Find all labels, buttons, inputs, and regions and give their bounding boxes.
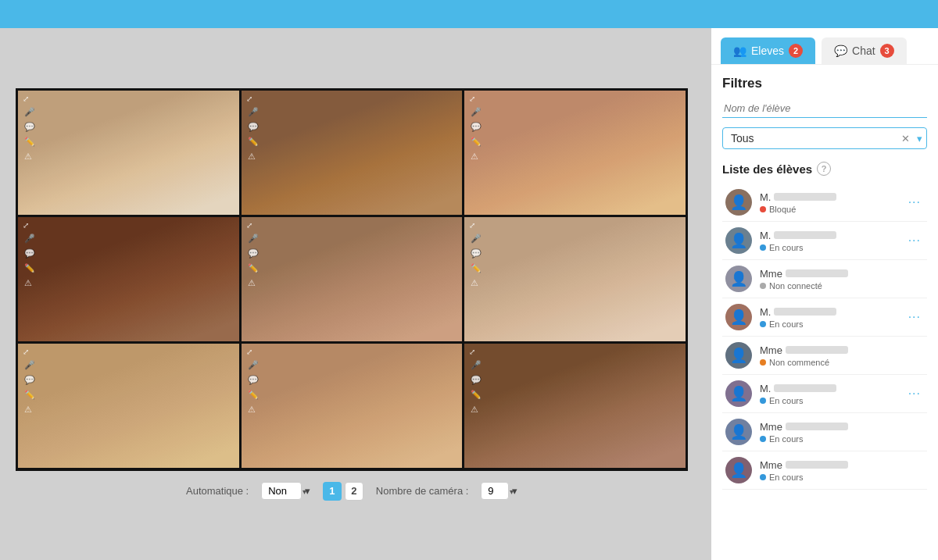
student-name-3: Mme [760, 268, 900, 280]
help-icon[interactable]: ? [817, 162, 831, 176]
edit-icon-2[interactable]: ✏️ [248, 137, 259, 146]
student-item-2: 👤 M. En cours ··· [722, 222, 927, 260]
filtres-title: Filtres [722, 76, 927, 91]
tab-chat[interactable]: 💬 Chat 3 [822, 37, 907, 64]
mic-icon-9[interactable]: 🎤 [471, 361, 482, 369]
cell-overlay-2: ⤢ 🎤 💬 ✏️ ⚠ [242, 91, 463, 215]
mic-icon-1[interactable]: 🎤 [24, 108, 35, 116]
cell-overlay-5: ⤢ 🎤 💬 ✏️ ⚠ [242, 217, 463, 341]
student-item-8: 👤 Mme En cours [722, 451, 927, 490]
chat-icon-1[interactable]: 💬 [24, 123, 35, 131]
page-2-button[interactable]: 2 [345, 482, 363, 501]
side-icons-5: 🎤 💬 ✏️ ⚠ [248, 234, 259, 287]
video-controls: Automatique : Non ▾ 1 2 Nombre de caméra… [186, 482, 517, 501]
tab-chat-label: Chat [852, 45, 875, 57]
status-dot-7 [760, 436, 766, 442]
warning-icon-6: ⚠ [471, 279, 482, 287]
mic-icon-7[interactable]: 🎤 [24, 361, 35, 369]
nombre-select[interactable]: 9 [481, 482, 509, 500]
mic-icon-5[interactable]: 🎤 [248, 234, 259, 243]
mic-icon-3[interactable]: 🎤 [471, 108, 482, 116]
student-name-8: Mme [760, 459, 900, 471]
mic-icon-2[interactable]: 🎤 [248, 108, 259, 116]
status-label-6: En cours [769, 396, 803, 405]
side-icons-4: 🎤 💬 ✏️ ⚠ [24, 234, 35, 287]
avatar-1: 👤 [725, 189, 752, 216]
page-buttons: 1 2 [323, 482, 363, 501]
expand-icon-4[interactable]: ⤢ [23, 221, 29, 230]
student-status-4: En cours [760, 319, 897, 329]
nombre-select-wrap: 9 ▾ [481, 482, 517, 500]
warning-icon-2: ⚠ [248, 152, 259, 161]
chat-icon-7[interactable]: 💬 [24, 376, 35, 384]
student-status-6: En cours [760, 396, 897, 405]
status-dot-1 [760, 206, 766, 212]
expand-icon-8[interactable]: ⤢ [246, 348, 252, 356]
chat-icon-5[interactable]: 💬 [248, 249, 259, 258]
chat-icon-8[interactable]: 💬 [248, 376, 259, 384]
avatar-7: 👤 [725, 419, 752, 445]
expand-icon-1[interactable]: ⤢ [23, 95, 29, 103]
student-name-1: M. [760, 191, 897, 203]
student-info-2: M. En cours [760, 230, 897, 252]
expand-icon-7[interactable]: ⤢ [23, 348, 29, 356]
more-btn-2[interactable]: ··· [905, 232, 924, 249]
edit-icon-3[interactable]: ✏️ [471, 137, 482, 146]
page-1-button[interactable]: 1 [323, 482, 342, 501]
expand-icon-2[interactable]: ⤢ [246, 95, 252, 103]
video-cell-8: ⤢ 🎤 💬 ✏️ ⚠ [242, 344, 463, 468]
warning-icon-7: ⚠ [24, 405, 35, 414]
more-btn-6[interactable]: ··· [905, 385, 924, 402]
automatique-select[interactable]: Non [261, 482, 302, 500]
status-dot-5 [760, 359, 766, 366]
status-label-2: En cours [769, 243, 803, 252]
more-btn-1[interactable]: ··· [905, 194, 924, 211]
chat-icon-4[interactable]: 💬 [24, 249, 35, 258]
mic-icon-4[interactable]: 🎤 [24, 234, 35, 243]
chat-icon-6[interactable]: 💬 [471, 249, 482, 258]
status-label-8: En cours [769, 473, 803, 482]
mic-icon-6[interactable]: 🎤 [471, 234, 482, 243]
edit-icon-8[interactable]: ✏️ [248, 391, 259, 399]
edit-icon-4[interactable]: ✏️ [24, 264, 35, 273]
liste-des-eleves-title: Liste des élèves ? [722, 162, 927, 176]
chat-icon-3[interactable]: 💬 [471, 123, 482, 131]
video-cell-9: ⤢ 🎤 💬 ✏️ ⚠ [464, 344, 686, 468]
edit-icon-6[interactable]: ✏️ [471, 264, 482, 273]
eleves-badge: 2 [789, 44, 803, 58]
eleves-icon: 👥 [733, 45, 746, 57]
filter-tous-select[interactable]: Tous [722, 127, 927, 149]
student-item-3: 👤 Mme Non connecté [722, 260, 927, 298]
edit-icon-1[interactable]: ✏️ [24, 137, 35, 146]
avatar-5: 👤 [725, 342, 752, 369]
name-blur-4 [774, 308, 836, 316]
edit-icon-9[interactable]: ✏️ [471, 391, 482, 399]
expand-icon-6[interactable]: ⤢ [469, 221, 475, 230]
cell-overlay-9: ⤢ 🎤 💬 ✏️ ⚠ [464, 344, 686, 468]
student-status-8: En cours [760, 473, 900, 482]
student-info-3: Mme Non connecté [760, 268, 900, 291]
edit-icon-7[interactable]: ✏️ [24, 391, 35, 399]
avatar-8: 👤 [725, 457, 752, 483]
warning-icon-4: ⚠ [24, 279, 35, 287]
student-name-filter[interactable] [722, 99, 927, 118]
chat-icon: 💬 [834, 45, 847, 57]
chat-icon-9[interactable]: 💬 [471, 376, 482, 384]
filter-clear-icon[interactable]: ✕ [901, 133, 910, 144]
name-blur-7 [786, 423, 848, 430]
more-btn-4[interactable]: ··· [905, 309, 924, 326]
mic-icon-8[interactable]: 🎤 [248, 361, 259, 369]
expand-icon-3[interactable]: ⤢ [469, 95, 475, 103]
video-panel: ⤢ 🎤 💬 ✏️ ⚠ ⤢ 🎤 💬 ✏️ ⚠ ⤢ 🎤 💬 ✏️ [0, 28, 711, 560]
warning-icon-1: ⚠ [24, 152, 35, 161]
chat-badge: 3 [880, 44, 894, 58]
tab-eleves[interactable]: 👥 Eleves 2 [721, 37, 815, 64]
right-panel: 👥 Eleves 2 💬 Chat 3 Filtres Tous ✕ ▾ [711, 28, 938, 560]
automatique-select-wrap: Non ▾ [261, 482, 310, 500]
expand-icon-5[interactable]: ⤢ [246, 221, 252, 230]
expand-icon-9[interactable]: ⤢ [469, 348, 475, 356]
edit-icon-5[interactable]: ✏️ [248, 264, 259, 273]
chat-icon-2[interactable]: 💬 [248, 123, 259, 131]
status-label-3: Non connecté [769, 281, 822, 291]
status-label-4: En cours [769, 319, 803, 329]
